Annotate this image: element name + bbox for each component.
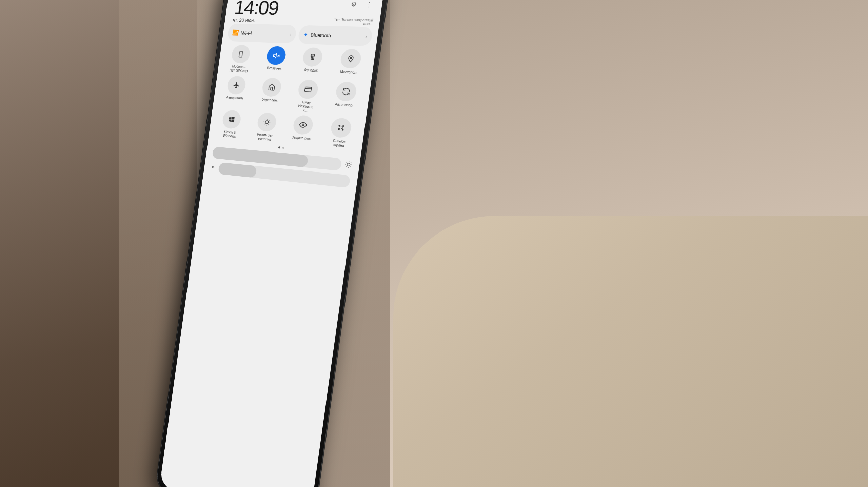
brightness-mode-label: Режим зат емнения bbox=[254, 132, 275, 142]
windows-label: Связь с Windows bbox=[220, 129, 240, 139]
svg-line-12 bbox=[265, 120, 265, 120]
screenshot-label: Снимок экрана bbox=[328, 138, 350, 148]
svg-point-6 bbox=[350, 57, 352, 59]
bluetooth-chevron: › bbox=[365, 34, 367, 39]
location-icon bbox=[339, 49, 362, 69]
svg-line-8 bbox=[305, 88, 312, 89]
svg-rect-7 bbox=[305, 87, 312, 92]
brightness-max-icon bbox=[344, 161, 353, 170]
home-label: Управлен. bbox=[262, 98, 278, 103]
tiles-area: 📶 Wi-Fi › ✦ Bluetooth › bbox=[208, 23, 373, 188]
tile-silent[interactable]: Беззвучн. bbox=[257, 46, 294, 76]
connectivity-row: 📶 Wi-Fi › ✦ Bluetooth › bbox=[227, 23, 373, 46]
dot-2 bbox=[282, 147, 284, 149]
svg-line-31 bbox=[351, 162, 351, 163]
quick-tiles-row1: Мобильн. Нет SIM-кар Беззвучн. Фонарик bbox=[222, 44, 370, 79]
wifi-icon: 📶 bbox=[232, 29, 239, 36]
svg-line-13 bbox=[268, 124, 269, 125]
tile-screenshot[interactable]: Снимок экрана bbox=[320, 117, 360, 149]
volume-min-icon bbox=[210, 164, 216, 171]
brightness-icon bbox=[256, 112, 277, 132]
tile-home[interactable]: Управлен. bbox=[252, 77, 290, 111]
settings-row: ⚙ ⋮ bbox=[347, 0, 375, 11]
eyecare-label: Защита глаз bbox=[291, 135, 312, 141]
svg-point-32 bbox=[212, 166, 214, 168]
tile-flashlight[interactable]: Фонарик bbox=[293, 47, 332, 77]
tile-location[interactable]: Местопол. bbox=[330, 48, 370, 79]
svg-point-23 bbox=[347, 163, 350, 166]
wifi-chevron: › bbox=[290, 32, 292, 37]
sofa-armrest bbox=[393, 216, 868, 487]
gpay-icon bbox=[297, 79, 319, 99]
svg-line-30 bbox=[346, 166, 346, 166]
tile-airplane[interactable]: Авиарежим bbox=[218, 75, 254, 109]
bluetooth-icon: ✦ bbox=[303, 32, 309, 38]
svg-line-26 bbox=[347, 162, 347, 162]
wifi-label: Wi-Fi bbox=[241, 30, 288, 37]
tile-autorotate[interactable]: Автоповор. bbox=[325, 81, 366, 117]
home-icon bbox=[261, 77, 282, 97]
eyecare-icon bbox=[292, 115, 314, 135]
tile-gpay[interactable]: GPay Нажмите, ч... bbox=[288, 79, 327, 114]
mobile-label: Мобильн. Нет SIM-кар bbox=[229, 64, 249, 73]
silent-icon bbox=[265, 46, 287, 65]
svg-point-9 bbox=[265, 121, 269, 124]
gpay-label: GPay Нажмите, ч... bbox=[295, 100, 317, 114]
svg-line-5 bbox=[312, 56, 313, 60]
bluetooth-label: Bluetooth bbox=[310, 32, 363, 39]
airplane-label: Авиарежим bbox=[226, 96, 244, 101]
quick-tiles-row2: Авиарежим Управлен. GPay Нажмите, ч... bbox=[218, 75, 366, 117]
svg-point-18 bbox=[302, 124, 304, 126]
svg-line-27 bbox=[350, 166, 351, 167]
more-options-icon[interactable]: ⋮ bbox=[362, 0, 376, 11]
tile-windows[interactable]: Связь с Windows bbox=[213, 109, 249, 139]
flashlight-icon bbox=[302, 47, 324, 67]
volume-fill bbox=[218, 162, 257, 178]
flashlight-label: Фонарик bbox=[304, 68, 318, 73]
mobile-icon bbox=[231, 45, 251, 64]
tile-mobile[interactable]: Мобильн. Нет SIM-кар bbox=[222, 44, 258, 74]
svg-point-22 bbox=[342, 129, 343, 130]
tile-eyecare[interactable]: Защита глаз bbox=[283, 114, 322, 146]
windows-icon bbox=[222, 110, 242, 129]
dot-1 bbox=[278, 146, 281, 148]
airplane-icon bbox=[226, 76, 247, 95]
tile-brightness[interactable]: Режим зат емнения bbox=[248, 111, 285, 142]
silent-label: Беззвучн. bbox=[267, 66, 282, 71]
screenshot-icon bbox=[330, 118, 352, 139]
location-label: Местопол. bbox=[340, 70, 358, 75]
bluetooth-tile[interactable]: ✦ Bluetooth › bbox=[297, 25, 373, 46]
settings-icon[interactable]: ⚙ bbox=[347, 0, 360, 10]
emergency-text: ты · Только экстренный выз... bbox=[330, 18, 373, 26]
svg-rect-0 bbox=[239, 51, 243, 57]
autorotate-icon bbox=[335, 81, 357, 102]
svg-line-17 bbox=[269, 120, 269, 120]
wifi-tile[interactable]: 📶 Wi-Fi › bbox=[227, 23, 297, 44]
autorotate-label: Автоповор. bbox=[335, 102, 354, 108]
svg-line-16 bbox=[264, 124, 264, 124]
